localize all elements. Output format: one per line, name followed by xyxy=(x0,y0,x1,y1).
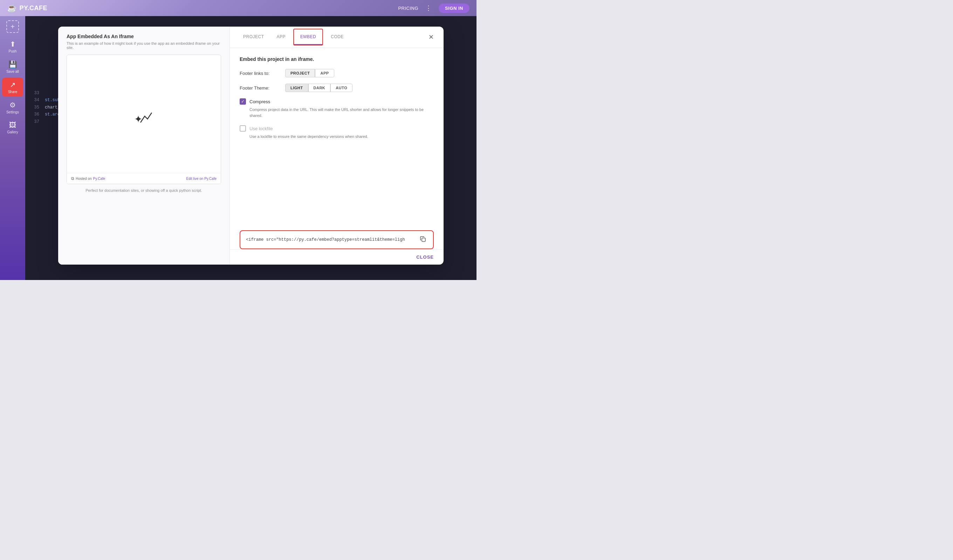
code-embed-box: <iframe src="https://py.cafe/embed?appty… xyxy=(240,230,434,249)
modal-left-subtitle: This is an example of how it might look … xyxy=(67,41,221,50)
sidebar-item-settings[interactable]: ⚙ Settings xyxy=(2,98,23,117)
lockfile-desc: Use a lockfile to ensure the same depend… xyxy=(250,134,434,140)
modal-overlay: App Embedded As An Iframe This is an exa… xyxy=(25,16,476,280)
edit-live-link[interactable]: Edit live on Py.Cafe xyxy=(186,177,217,181)
sidebar-item-push[interactable]: ⬆ Push xyxy=(2,37,23,56)
footer-links-row: Footer links to: PROJECT APP xyxy=(240,69,434,77)
settings-icon: ⚙ xyxy=(9,101,16,109)
svg-rect-1 xyxy=(422,238,425,241)
sidebar-item-save-all[interactable]: 💾 Save all xyxy=(2,57,23,76)
sidebar: + ⬆ Push 💾 Save all ↗ Share ⚙ Settings 🖼… xyxy=(0,16,25,280)
sidebar-item-gallery[interactable]: 🖼 Gallery xyxy=(2,118,23,137)
more-options-button[interactable]: ⋮ xyxy=(425,4,431,12)
compress-section: ✓ Compress Compress project data in the … xyxy=(240,98,434,118)
app-name: PY.CAFE xyxy=(20,5,48,12)
compress-checkbox[interactable]: ✓ xyxy=(240,98,246,105)
tab-app[interactable]: APP xyxy=(270,29,292,45)
sidebar-share-label: Share xyxy=(8,90,17,94)
footer-link-app-btn[interactable]: APP xyxy=(315,69,334,77)
lockfile-label: Use lockfile xyxy=(250,126,273,131)
embed-title: Embed this project in an iframe. xyxy=(240,56,434,62)
footer-link-project-btn[interactable]: PROJECT xyxy=(285,69,315,77)
new-file-button[interactable]: + xyxy=(6,20,19,33)
app-logo[interactable]: ☕ PY.CAFE xyxy=(7,3,47,12)
svg-text:✦: ✦ xyxy=(134,114,142,125)
pycafe-link[interactable]: Py.Cafe xyxy=(93,177,106,181)
modal-bottom: CLOSE xyxy=(230,249,444,265)
lockfile-row: Use lockfile xyxy=(240,125,434,131)
compress-desc: Compress project data in the URL. This w… xyxy=(250,107,434,118)
save-icon: 💾 xyxy=(8,60,17,69)
sidebar-push-label: Push xyxy=(9,50,17,53)
modal-left-panel: App Embedded As An Iframe This is an exa… xyxy=(58,26,230,265)
modal-close-x-button[interactable]: ✕ xyxy=(426,32,436,42)
lockfile-section: Use lockfile Use a lockfile to ensure th… xyxy=(240,125,434,140)
sidebar-save-label: Save all xyxy=(6,70,19,74)
footer-theme-controls: LIGHT DARK AUTO xyxy=(285,84,352,92)
sidebar-item-share[interactable]: ↗ Share xyxy=(2,78,23,97)
share-modal: App Embedded As An Iframe This is an exa… xyxy=(58,26,444,265)
modal-tabs: PROJECT APP EMBED CODE ✕ xyxy=(230,26,444,48)
compress-row: ✓ Compress xyxy=(240,98,434,105)
iframe-preview: ✦ ⧉ Hosted on Py.Cafe Edit live on Py.Ca… xyxy=(67,54,221,184)
theme-dark-btn[interactable]: DARK xyxy=(308,84,331,92)
copy-small-icon: ⧉ xyxy=(71,176,74,181)
close-button[interactable]: CLOSE xyxy=(416,254,434,260)
footer-links-label: Footer links to: xyxy=(240,71,285,76)
copy-icon xyxy=(420,236,426,242)
copy-code-button[interactable] xyxy=(418,236,427,244)
theme-light-btn[interactable]: LIGHT xyxy=(285,84,308,92)
tab-embed[interactable]: EMBED xyxy=(294,29,322,45)
iframe-code-text: <iframe src="https://py.cafe/embed?appty… xyxy=(246,237,418,242)
gallery-icon: 🖼 xyxy=(9,121,16,129)
sidebar-gallery-label: Gallery xyxy=(7,130,18,134)
tab-code[interactable]: CODE xyxy=(324,29,350,45)
sparkle-icon: ✦ xyxy=(133,109,155,130)
tab-project[interactable]: PROJECT xyxy=(237,29,270,45)
logo-icon: ☕ xyxy=(7,3,17,12)
modal-right-content: Embed this project in an iframe. Footer … xyxy=(230,48,444,226)
modal-right-panel: PROJECT APP EMBED CODE ✕ Embed this proj… xyxy=(230,26,444,265)
push-icon: ⬆ xyxy=(10,40,16,48)
topnav-right: PRICING ⋮ SIGN IN xyxy=(398,3,469,13)
footer-theme-row: Footer Theme: LIGHT DARK AUTO xyxy=(240,84,434,92)
pricing-link[interactable]: PRICING xyxy=(398,6,418,11)
sidebar-settings-label: Settings xyxy=(6,110,19,114)
modal-left-caption: Perfect for documentation sites, or show… xyxy=(67,188,221,192)
share-icon: ↗ xyxy=(10,80,16,89)
modal-left-title: App Embedded As An Iframe xyxy=(67,34,221,39)
theme-auto-btn[interactable]: AUTO xyxy=(331,84,352,92)
footer-theme-label: Footer Theme: xyxy=(240,85,285,91)
iframe-footer: ⧉ Hosted on Py.Cafe Edit live on Py.Cafe xyxy=(67,173,221,184)
topnav: ☕ PY.CAFE PRICING ⋮ SIGN IN xyxy=(0,0,476,16)
hosted-label: ⧉ Hosted on Py.Cafe xyxy=(71,176,105,181)
embed-bottom-area: <iframe src="https://py.cafe/embed?appty… xyxy=(230,226,444,249)
lockfile-checkbox[interactable] xyxy=(240,125,246,131)
footer-links-controls: PROJECT APP xyxy=(285,69,334,77)
iframe-preview-content: ✦ xyxy=(133,109,155,130)
compress-label: Compress xyxy=(250,99,270,104)
signin-button[interactable]: SIGN IN xyxy=(439,3,469,13)
